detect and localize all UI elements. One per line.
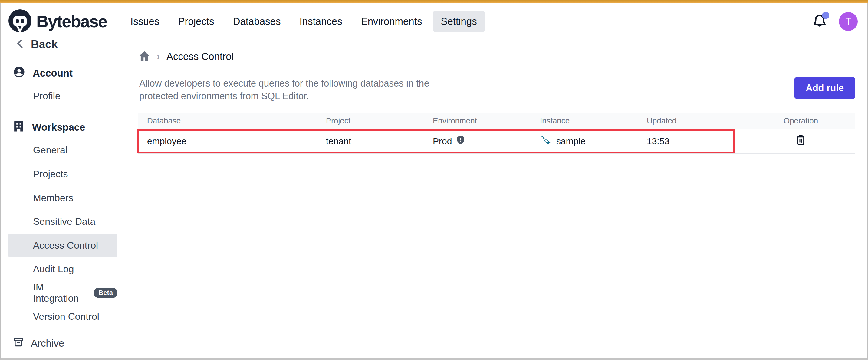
- col-header-project: Project: [317, 116, 424, 126]
- col-header-database: Database: [138, 116, 317, 126]
- access-rules-table: Database Project Environment Instance Up…: [138, 112, 855, 154]
- delete-trash-icon[interactable]: [796, 135, 806, 148]
- back-label: Back: [31, 40, 58, 51]
- sidebar-item-version-control[interactable]: Version Control: [8, 305, 117, 329]
- archive-label: Archive: [31, 338, 64, 349]
- sidebar-item-general[interactable]: General: [8, 138, 117, 162]
- sidebar-section-workspace[interactable]: Workspace: [1, 117, 125, 138]
- header-right-group: T: [812, 12, 858, 31]
- nav-issues[interactable]: Issues: [123, 10, 167, 32]
- breadcrumb-current: Access Control: [166, 51, 234, 62]
- environment-name: Prod: [433, 136, 452, 146]
- bytebase-logo-icon: [8, 9, 32, 34]
- notification-badge-dot: [822, 12, 829, 19]
- sidebar-item-access-control[interactable]: Access Control: [8, 234, 117, 257]
- nav-projects[interactable]: Projects: [170, 10, 222, 32]
- top-header: Bytebase Issues Projects Databases Insta…: [1, 3, 867, 40]
- instance-name: sample: [556, 136, 586, 146]
- user-account-icon: [13, 66, 25, 81]
- breadcrumb: › Access Control: [138, 51, 234, 63]
- home-icon[interactable]: [138, 51, 150, 63]
- breadcrumb-chevron-icon: ›: [157, 51, 160, 63]
- im-integration-label: IM Integration: [33, 282, 89, 304]
- protected-shield-icon: [456, 135, 465, 147]
- main-nav: Issues Projects Databases Instances Envi…: [123, 10, 485, 32]
- table-header-row: Database Project Environment Instance Up…: [138, 113, 855, 129]
- notification-bell-icon[interactable]: [812, 13, 827, 29]
- body-row: Back Account Profile Workspace General: [1, 40, 867, 358]
- cell-updated: 13:53: [638, 136, 746, 146]
- settings-sidebar: Back Account Profile Workspace General: [1, 40, 125, 358]
- cell-instance: sample: [531, 135, 638, 148]
- nav-environments[interactable]: Environments: [353, 10, 430, 32]
- beta-badge: Beta: [94, 288, 117, 298]
- col-header-operation: Operation: [746, 116, 855, 126]
- page-description: Allow developers to execute queries for …: [139, 77, 466, 103]
- sidebar-item-projects[interactable]: Projects: [8, 162, 117, 186]
- cell-database: employee: [138, 136, 317, 146]
- sidebar-item-members[interactable]: Members: [8, 186, 117, 210]
- nav-databases[interactable]: Databases: [225, 10, 289, 32]
- workspace-section-label: Workspace: [32, 122, 85, 133]
- window-top-amber-border: [0, 0, 868, 3]
- screenshot-frame: Bytebase Issues Projects Databases Insta…: [0, 0, 868, 360]
- nav-instances[interactable]: Instances: [291, 10, 350, 32]
- sidebar-item-profile[interactable]: Profile: [8, 85, 117, 108]
- add-rule-button[interactable]: Add rule: [794, 77, 855, 99]
- account-section-label: Account: [33, 67, 73, 79]
- archive-box-icon: [13, 336, 24, 350]
- col-header-environment: Environment: [424, 116, 531, 126]
- brand-wordmark: Bytebase: [36, 11, 107, 31]
- sidebar-item-archive[interactable]: Archive: [1, 329, 125, 358]
- user-avatar[interactable]: T: [839, 12, 858, 31]
- bytebase-logo[interactable]: Bytebase: [8, 9, 107, 34]
- app-window: Bytebase Issues Projects Databases Insta…: [0, 3, 868, 360]
- col-header-instance: Instance: [531, 116, 638, 126]
- table-row[interactable]: employee tenant Prod sample: [138, 129, 855, 154]
- mysql-dolphin-icon: [540, 135, 552, 148]
- main-content: › Access Control Allow developers to exe…: [125, 40, 867, 358]
- nav-settings[interactable]: Settings: [433, 10, 485, 32]
- chevron-left-icon: [16, 40, 25, 51]
- col-header-updated: Updated: [638, 116, 746, 126]
- sidebar-item-sensitive-data[interactable]: Sensitive Data: [8, 210, 117, 234]
- cell-environment: Prod: [424, 135, 531, 147]
- sidebar-section-account[interactable]: Account: [1, 62, 125, 85]
- cell-project: tenant: [317, 136, 424, 146]
- sidebar-item-audit-log[interactable]: Audit Log: [8, 257, 117, 281]
- workspace-building-icon: [13, 120, 25, 135]
- cell-operation: [746, 135, 855, 148]
- sidebar-back-button[interactable]: Back: [1, 40, 125, 54]
- sidebar-item-im-integration[interactable]: IM Integration Beta: [8, 281, 117, 305]
